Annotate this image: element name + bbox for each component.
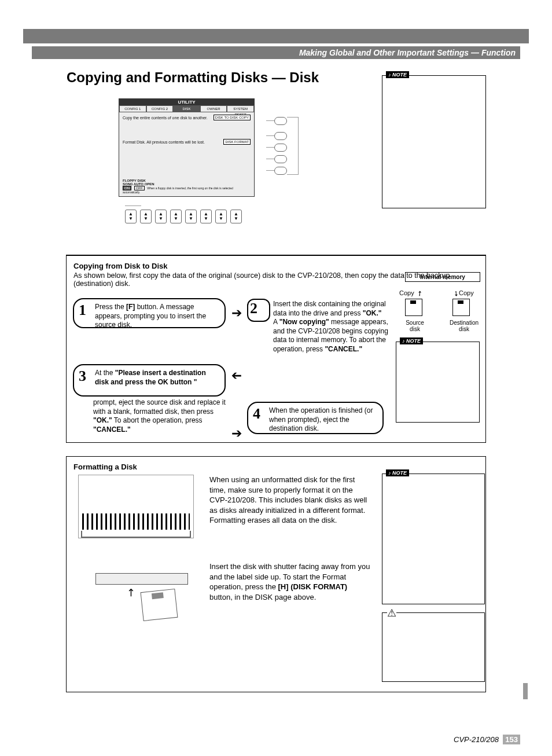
updown-button[interactable]: ▲▼ bbox=[155, 210, 167, 223]
tab-config1[interactable]: CONFIG 1 bbox=[119, 105, 146, 112]
updown-button[interactable]: ▲▼ bbox=[185, 210, 197, 223]
step-1: 1 Press the [F] button. A message appear… bbox=[73, 298, 226, 328]
format-para2: Insert the disk with shutter facing away… bbox=[209, 562, 371, 602]
drive-illustration: ↗ bbox=[78, 567, 194, 614]
note-side: NOTE bbox=[396, 342, 480, 423]
updown-button[interactable]: ▲▼ bbox=[170, 210, 182, 223]
step-4-text: When the operation is finished (or when … bbox=[269, 406, 373, 432]
side-button-i[interactable] bbox=[274, 155, 287, 163]
copy-desc: Copy the entire contents of one disk to … bbox=[123, 116, 208, 120]
copy-heading: Copying from Disk to Disk bbox=[73, 262, 479, 270]
step-number: 2 bbox=[250, 300, 263, 313]
piano-legs bbox=[81, 531, 191, 538]
arrow-right-icon: ➔ bbox=[231, 426, 242, 441]
step-1-text: Press the [F] button. A message appears,… bbox=[95, 303, 206, 329]
utility-title: UTILITY bbox=[119, 99, 254, 105]
format-desc: Format Disk. All previous contents will … bbox=[123, 140, 205, 144]
updown-button[interactable]: ▲▼ bbox=[200, 210, 212, 223]
side-button-h[interactable] bbox=[274, 144, 287, 152]
tab-owner[interactable]: OWNER bbox=[200, 105, 227, 112]
side-button-g[interactable] bbox=[274, 132, 287, 140]
page-title: Copying and Formatting Disks — Disk bbox=[67, 69, 319, 86]
step-3: 3 At the "Please insert a destination di… bbox=[73, 364, 226, 397]
keyboard-illustration bbox=[78, 475, 194, 538]
product-label: CVP-210/208 bbox=[454, 735, 499, 744]
auto-open-on[interactable]: ON bbox=[123, 186, 131, 190]
updown-button[interactable]: ▲▼ bbox=[125, 210, 137, 223]
note-label-icon: NOTE bbox=[400, 337, 423, 344]
auto-open-off[interactable]: OFF bbox=[134, 186, 145, 190]
disk-to-disk-copy-button[interactable]: DISK TO DISK COPY bbox=[214, 115, 251, 120]
format-heading: Formatting a Disk bbox=[73, 463, 479, 471]
tab-config2[interactable]: CONFIG 2 bbox=[146, 105, 174, 112]
note-label-icon: NOTE bbox=[386, 469, 409, 476]
arrow-left-icon: ➔ bbox=[231, 368, 242, 383]
piano-keys-icon bbox=[82, 513, 190, 530]
step-3-lead: At the "Please insert a destination disk… bbox=[95, 369, 206, 386]
connector bbox=[266, 120, 274, 121]
updown-button[interactable]: ▲▼ bbox=[140, 210, 152, 223]
top-band bbox=[23, 29, 529, 43]
page-number: 153 bbox=[503, 735, 520, 744]
side-button-f[interactable] bbox=[274, 117, 287, 125]
side-button-j[interactable] bbox=[274, 167, 287, 175]
step-number: 3 bbox=[79, 366, 86, 386]
step-3-rest: prompt, eject the source disk and replac… bbox=[93, 398, 226, 434]
tab-systemreset[interactable]: SYSTEM RESET bbox=[227, 105, 254, 112]
arrow-right-icon: ➔ bbox=[231, 306, 242, 321]
note-format: NOTE bbox=[382, 474, 485, 604]
format-para1: When using an unformatted disk for the f… bbox=[209, 475, 371, 526]
note-top: NOTE bbox=[382, 75, 486, 208]
connector bbox=[266, 159, 274, 159]
step-4: 4 When the operation is finished (or whe… bbox=[247, 402, 384, 434]
floppy-disk-icon bbox=[141, 589, 178, 621]
breadcrumb: Making Global and Other Important Settin… bbox=[32, 46, 520, 59]
song-auto-open-title: FLOPPY DISK SONG AUTO OPEN bbox=[123, 179, 251, 186]
connector bbox=[266, 170, 274, 171]
dest-disk-icon bbox=[452, 299, 470, 316]
footer: CVP-210/208 153 bbox=[454, 735, 520, 744]
updown-button[interactable]: ▲▼ bbox=[230, 210, 242, 223]
tab-disk[interactable]: DISK bbox=[173, 105, 200, 112]
connector bbox=[266, 135, 274, 136]
bottom-button-row: ▲▼ ▲▼ ▲▼ ▲▼ ▲▼ ▲▼ ▲▼ ▲▼ bbox=[125, 210, 242, 223]
caution-box: ⚠ bbox=[382, 612, 485, 682]
caution-icon: ⚠ bbox=[387, 607, 396, 619]
copy-label-right: Copy bbox=[459, 289, 474, 296]
bracket bbox=[287, 117, 299, 118]
note-label-icon: NOTE bbox=[386, 71, 409, 78]
updown-button[interactable]: ▲▼ bbox=[215, 210, 227, 223]
source-disk-label: Source disk bbox=[402, 320, 428, 332]
copy-label-left: Copy bbox=[399, 289, 414, 296]
internal-memory-box: Internal memory bbox=[405, 272, 480, 282]
step-number: 1 bbox=[79, 300, 86, 320]
source-disk-icon bbox=[405, 299, 422, 316]
step-2-text: Insert the disk containing the original … bbox=[273, 300, 389, 354]
connector bbox=[125, 205, 141, 206]
bracket bbox=[287, 174, 299, 175]
bracket bbox=[298, 117, 299, 175]
connector bbox=[266, 147, 274, 148]
disk-format-button[interactable]: DISK FORMAT bbox=[223, 139, 251, 145]
insert-arrow-icon: ↗ bbox=[123, 585, 138, 600]
side-tab bbox=[523, 683, 528, 699]
dest-disk-label: Destination disk bbox=[447, 320, 481, 332]
drive-slot-icon bbox=[95, 573, 188, 585]
step-number: 4 bbox=[253, 404, 260, 424]
utility-screen: UTILITY CONFIG 1 CONFIG 2 DISK OWNER SYS… bbox=[119, 98, 255, 197]
